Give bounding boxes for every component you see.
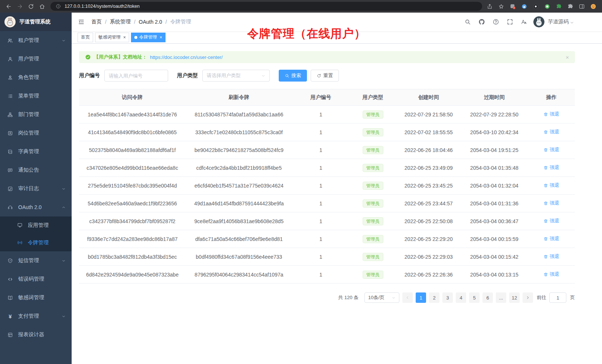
reload-icon[interactable]	[26, 1, 36, 11]
sidebar-item-token[interactable]: 令牌管理	[0, 234, 72, 251]
page-1-button[interactable]: 1	[416, 292, 426, 303]
question-icon[interactable]	[490, 16, 501, 27]
sidebar-item-sms[interactable]: 短信管理	[0, 251, 72, 270]
user-avatar[interactable]	[533, 16, 544, 27]
sidebar-item-notice[interactable]: 通知公告	[0, 161, 72, 179]
page-2-button[interactable]: 2	[429, 292, 439, 303]
breadcrumb-separator: /	[105, 19, 107, 25]
sidebar-item-sensitive-word[interactable]: 敏感词管理	[0, 288, 72, 307]
table-column-header: 过期时间	[461, 89, 528, 106]
sidebar-item-dept[interactable]: 部门管理	[0, 105, 72, 124]
force-logout-label: 强退	[550, 129, 559, 135]
search-icon[interactable]	[462, 16, 473, 27]
extension-green-icon[interactable]	[543, 3, 551, 10]
search-icon	[285, 73, 289, 78]
font-size-icon[interactable]	[518, 16, 530, 27]
force-logout-button[interactable]: 强退	[543, 200, 559, 206]
home-icon[interactable]	[37, 1, 47, 11]
username[interactable]: 芋道源码	[548, 19, 569, 25]
cell-refresh-token: e6cfd40eb1f54571a31e775e039c4624	[186, 177, 292, 195]
cell-created-time: 2022-06-26 18:04:46	[396, 141, 461, 159]
hamburger-icon[interactable]	[77, 18, 85, 26]
sidebar-item-report[interactable]: 报表设计器	[0, 325, 72, 344]
sidebar-item-post[interactable]: 岗位管理	[0, 124, 72, 142]
goto-suffix: 页	[570, 294, 575, 301]
sidebar-item-app[interactable]: 应用管理	[0, 216, 72, 234]
page-4-button[interactable]: 4	[456, 292, 466, 303]
cell-access-token: 41c41346a548490f9dc8b01c6bfe0865	[79, 123, 186, 141]
address-bar[interactable]: 127.0.0.1:1024/system/oauth2/token	[50, 2, 482, 11]
tab-sensitive-word[interactable]: 敏感词管理×	[95, 33, 129, 42]
force-logout-button[interactable]: 强退	[543, 164, 559, 171]
user-type-badge: 管理员	[363, 217, 383, 225]
force-logout-button[interactable]: 强退	[543, 235, 559, 242]
user-type-select[interactable]: 请选择用户类型	[202, 70, 270, 82]
split-view-icon[interactable]	[578, 3, 585, 10]
tab-close-icon[interactable]: ×	[160, 35, 162, 40]
force-logout-button[interactable]: 强退	[543, 111, 559, 118]
force-logout-button[interactable]: 强退	[543, 146, 559, 153]
extension-puzzle-gray-icon[interactable]	[566, 3, 574, 10]
extension-dark-icon[interactable]	[532, 3, 539, 10]
doc-link[interactable]: https://doc.iocoder.cn/user-center/	[150, 54, 223, 60]
breadcrumb-oauth2[interactable]: OAuth 2.0	[139, 19, 162, 25]
sidebar-item-oauth2[interactable]: OAuth 2.0	[0, 198, 72, 216]
force-logout-button[interactable]: 强退	[543, 218, 559, 224]
tab-close-icon[interactable]: ×	[123, 35, 126, 40]
force-logout-button[interactable]: 强退	[543, 271, 559, 278]
user-id-input[interactable]	[104, 70, 168, 82]
sidebar-item-tenant[interactable]: 租户管理	[0, 31, 72, 50]
extension-red-icon[interactable]: 0	[509, 3, 516, 10]
tab-home[interactable]: 首页	[78, 33, 93, 42]
app-logo[interactable]: 芋道管理系统	[0, 13, 72, 31]
sidebar-item-role[interactable]: 角色管理	[0, 68, 72, 87]
prev-page-button[interactable]	[402, 292, 413, 303]
page-size-select[interactable]: 10条/页	[364, 292, 399, 303]
sidebar-item-label: 部门管理	[18, 111, 66, 118]
tab-label: 令牌管理	[139, 34, 157, 40]
page-3-button[interactable]: 3	[442, 292, 453, 303]
sidebar-item-error-code[interactable]: 错误码管理	[0, 270, 72, 288]
breadcrumb-separator: /	[134, 19, 135, 25]
table-row: 275e5de9151045fe87cbdc395e004f4de6cfd40e…	[79, 177, 575, 195]
app-icon	[17, 222, 23, 228]
force-logout-button[interactable]: 强退	[543, 253, 559, 260]
back-icon[interactable]	[4, 1, 13, 11]
alert-close-icon[interactable]: ×	[566, 54, 569, 60]
next-page-button[interactable]	[523, 292, 533, 303]
extension-puzzle-green-icon[interactable]	[555, 3, 562, 10]
sidebar-item-pay[interactable]: ¥支付管理	[0, 307, 72, 325]
cell-user-type: 管理员	[349, 212, 396, 230]
page-6-button[interactable]: 6	[482, 292, 493, 303]
site-info-icon[interactable]	[55, 3, 62, 10]
tab-token[interactable]: 令牌管理×	[131, 33, 166, 42]
extension-blue-icon[interactable]	[520, 3, 528, 10]
page-12-button[interactable]: 12	[509, 292, 520, 303]
sidebar-item-menu[interactable]: 菜单管理	[0, 87, 72, 105]
star-icon[interactable]	[497, 3, 505, 10]
cell-refresh-token: dfa6c71a50a54c66bef706ef9e6e8d81	[186, 230, 292, 248]
sidebar-item-dict[interactable]: 字典管理	[0, 142, 72, 161]
more-pages-button[interactable]: ...	[496, 292, 506, 303]
force-logout-button[interactable]: 强退	[543, 182, 559, 189]
search-button[interactable]: 搜索	[279, 70, 307, 82]
github-icon[interactable]	[476, 16, 487, 27]
browser-nav-buttons	[4, 1, 47, 11]
fullscreen-icon[interactable]	[504, 16, 516, 27]
sidebar-item-audit-log[interactable]: 审计日志	[0, 179, 72, 198]
profile-avatar[interactable]	[589, 3, 597, 10]
share-icon[interactable]	[486, 3, 493, 10]
cell-refresh-token: cdfc4ce9c2da4bb1bdf21b9918ff4be5	[186, 159, 292, 177]
page-5-button[interactable]: 5	[469, 292, 480, 303]
breadcrumb-home[interactable]: 首页	[91, 19, 102, 25]
forward-icon[interactable]	[15, 1, 24, 11]
breadcrumb-system[interactable]: 系统管理	[110, 19, 131, 25]
force-logout-label: 强退	[550, 200, 559, 206]
oauth-icon	[7, 205, 13, 210]
cell-user-id: 1	[292, 106, 349, 123]
reset-button[interactable]: 重置	[311, 70, 339, 82]
trash-icon	[543, 254, 548, 259]
force-logout-button[interactable]: 强退	[543, 129, 559, 135]
goto-page-input[interactable]	[549, 292, 566, 303]
sidebar-item-user[interactable]: 用户管理	[0, 50, 72, 68]
